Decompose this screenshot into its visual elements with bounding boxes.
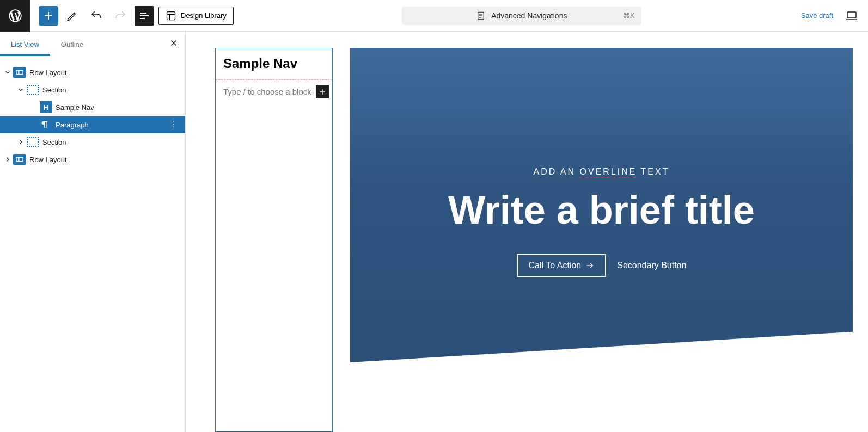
row-layout-icon [13, 67, 26, 78]
add-block-inline-button[interactable] [316, 85, 329, 98]
add-block-button[interactable] [39, 6, 58, 26]
tab-outline[interactable]: Outline [50, 33, 94, 56]
chevron-right-icon[interactable] [15, 138, 26, 146]
view-button[interactable] [842, 6, 861, 26]
library-icon [166, 10, 176, 21]
tree-label: Paragraph [56, 121, 162, 129]
tree-item-sample-nav[interactable]: H Sample Nav [0, 98, 185, 116]
svg-point-16 [173, 123, 174, 124]
undo-icon [90, 9, 103, 22]
row-layout-icon [13, 154, 26, 165]
redo-button[interactable] [111, 6, 130, 26]
tree-item-section[interactable]: Section [0, 133, 185, 151]
section-icon [27, 137, 39, 147]
toolbar-right-group: Save draft [801, 6, 868, 26]
tab-list-view[interactable]: List View [0, 33, 50, 56]
heading-icon: H [40, 101, 52, 113]
toolbar-left-group: Design Library [30, 6, 242, 26]
cta-label: Call To Action [529, 261, 582, 270]
block-placeholder[interactable]: Type / to choose a block [223, 87, 316, 96]
tree-label: Sample Nav [56, 103, 185, 112]
hero-title[interactable]: Write a brief title [448, 188, 755, 232]
document-title-bar[interactable]: Advanced Navigations ⌘K [402, 7, 641, 25]
tree-item-paragraph[interactable]: Paragraph [0, 116, 185, 133]
svg-point-15 [173, 120, 174, 121]
wordpress-logo-button[interactable] [0, 0, 30, 32]
document-overview-button[interactable] [135, 6, 154, 26]
undo-button[interactable] [87, 6, 106, 26]
tree-label: Row Layout [29, 69, 185, 77]
save-draft-button[interactable]: Save draft [801, 11, 833, 20]
page-icon [476, 11, 486, 21]
section-icon [27, 85, 39, 95]
plus-icon [318, 88, 327, 96]
tree-label: Section [42, 138, 185, 146]
document-title: Advanced Navigations [491, 11, 567, 20]
more-options-button[interactable] [162, 119, 185, 131]
more-vertical-icon [169, 119, 179, 129]
paragraph-icon [39, 118, 52, 131]
svg-rect-13 [16, 71, 19, 75]
svg-rect-5 [167, 11, 175, 20]
design-library-label: Design Library [181, 11, 227, 20]
command-shortcut: ⌘K [623, 11, 635, 20]
close-icon [169, 38, 179, 48]
svg-point-17 [173, 126, 174, 127]
tools-button[interactable] [63, 6, 82, 26]
hero-section[interactable]: ADD AN OVERLINE TEXT Write a brief title… [350, 48, 853, 396]
sample-nav-heading[interactable]: Sample Nav [216, 48, 332, 80]
tree-label: Section [42, 86, 185, 94]
hero-buttons: Call To Action Secondary Button [517, 254, 687, 277]
design-library-button[interactable]: Design Library [158, 7, 234, 25]
chevron-right-icon[interactable] [2, 156, 13, 163]
top-toolbar: Design Library Advanced Navigations ⌘K S… [0, 0, 868, 32]
chevron-down-icon[interactable] [2, 69, 13, 76]
laptop-icon [845, 9, 858, 22]
close-sidebar-button[interactable] [169, 38, 179, 50]
editor-canvas: Sample Nav Type / to choose a block ADD … [186, 32, 868, 432]
overline-underlined: OVERLINE [580, 167, 637, 178]
tree-item-section[interactable]: Section [0, 81, 185, 98]
main-area: List View Outline Row Layout Section [0, 32, 868, 432]
plus-icon [42, 9, 55, 22]
tree-label: Row Layout [29, 156, 185, 164]
pencil-icon [66, 9, 79, 22]
overline-prefix: ADD AN [534, 167, 580, 176]
chevron-down-icon[interactable] [15, 86, 26, 94]
arrow-right-icon [585, 261, 594, 270]
block-tree: Row Layout Section H Sample Nav Paragrap… [0, 57, 185, 175]
overline-suffix: TEXT [637, 167, 669, 176]
tree-item-row-layout[interactable]: Row Layout [0, 64, 185, 81]
left-column-block[interactable]: Sample Nav Type / to choose a block [215, 48, 333, 432]
call-to-action-button[interactable]: Call To Action [517, 254, 607, 277]
secondary-button[interactable]: Secondary Button [617, 261, 686, 270]
list-view-sidebar: List View Outline Row Layout Section [0, 32, 186, 432]
hero-overline[interactable]: ADD AN OVERLINE TEXT [534, 167, 670, 177]
svg-rect-10 [847, 12, 856, 18]
svg-rect-19 [19, 158, 23, 162]
redo-icon [114, 9, 127, 22]
svg-rect-14 [19, 71, 23, 75]
list-view-icon [138, 9, 151, 22]
svg-rect-18 [16, 158, 19, 162]
tree-item-row-layout[interactable]: Row Layout [0, 151, 185, 168]
wordpress-icon [8, 8, 23, 23]
sidebar-tabs: List View Outline [0, 32, 185, 57]
